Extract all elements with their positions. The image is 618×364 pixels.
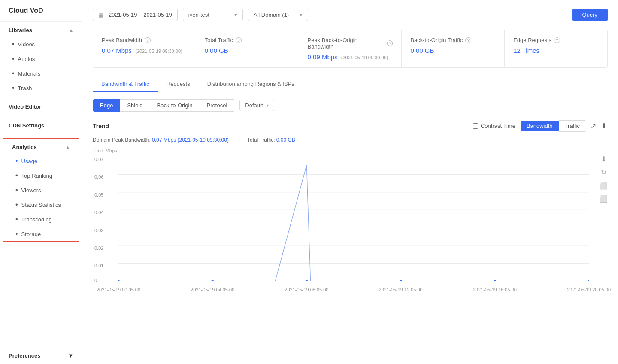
- chart-tools: ↗ ⬇: [590, 121, 608, 131]
- svg-point-14: [588, 280, 589, 281]
- stat-peak-origin-bw: Peak Back-to-Origin Bandwidth ? 0.09 Mbp…: [299, 30, 402, 67]
- sidebar-item-cdn-settings[interactable]: CDN Settings: [0, 118, 82, 133]
- stats-row: Peak Bandwidth ? 0.07 Mbps (2021-05-19 0…: [93, 30, 608, 68]
- chart-svg: [118, 157, 589, 281]
- content-area: ▦ 2021-05-19 ~ 2021-05-19 iven-test ▾ Al…: [82, 0, 618, 364]
- tab-bandwidth-traffic[interactable]: Bandwidth & Traffic: [93, 76, 158, 92]
- y-label-000: 0: [94, 278, 97, 283]
- tab-distribution[interactable]: Distribution among Regions & ISPs: [199, 76, 303, 92]
- svg-point-11: [306, 280, 308, 281]
- chevron-down-icon-filter: ▾: [300, 12, 303, 18]
- stat-origin-traffic: Back-to-Origin Traffic ? 0.00 GB: [402, 30, 505, 67]
- subtab-shield[interactable]: Shield: [120, 99, 150, 112]
- sub-tabs: Edge Shield Back-to-Origin Protocol Defa…: [93, 99, 608, 112]
- subtab-back-to-origin[interactable]: Back-to-Origin: [150, 99, 200, 112]
- main-tabs: Bandwidth & Traffic Requests Distributio…: [93, 76, 608, 92]
- chevron-down-icon-domain: ▾: [234, 12, 237, 18]
- help-icon-origin-traffic[interactable]: ?: [465, 37, 471, 43]
- chevron-down-icon-prefs: ▼: [68, 352, 73, 359]
- x-label-0: 2021-05-19 00:05:00: [97, 287, 140, 292]
- default-select[interactable]: Default ▾: [239, 100, 274, 111]
- sidebar-bottom: Preferences ▼: [0, 347, 82, 364]
- chart-container: Unit: Mbps: [93, 146, 608, 292]
- analytics-header[interactable]: Analytics ▲: [3, 139, 79, 154]
- help-icon-edge-req[interactable]: ?: [554, 37, 560, 43]
- analytics-section: Analytics ▲ Usage Top Ranking Viewers St…: [3, 138, 79, 242]
- help-icon-peak-bw[interactable]: ?: [145, 37, 151, 43]
- divider-2: [0, 116, 82, 116]
- download-icon[interactable]: ⬇: [600, 121, 608, 131]
- y-label-005: 0.05: [94, 192, 103, 197]
- chart-header: Trend Contrast Time Bandwidth Traffic ↗ …: [93, 120, 608, 132]
- svg-point-12: [400, 280, 402, 281]
- svg-point-9: [118, 280, 120, 281]
- sidebar-item-video-editor[interactable]: Video Editor: [0, 99, 82, 114]
- svg-point-10: [211, 280, 213, 281]
- y-label-002: 0.02: [94, 246, 103, 251]
- sidebar: Cloud VoD Libraries ▲ Videos Audios Mate…: [0, 0, 82, 364]
- sidebar-item-trash[interactable]: Trash: [0, 81, 82, 95]
- subtab-edge[interactable]: Edge: [93, 99, 120, 112]
- libraries-section: Libraries ▲ Videos Audios Materials Tras…: [0, 22, 82, 95]
- y-label-003: 0.03: [94, 228, 103, 233]
- date-range-text: 2021-05-19 ~ 2021-05-19: [109, 12, 172, 18]
- y-label-004: 0.04: [94, 210, 103, 215]
- traffic-button[interactable]: Traffic: [559, 120, 586, 132]
- sidebar-item-usage[interactable]: Usage: [3, 154, 79, 168]
- refresh-chart-btn[interactable]: ↻: [599, 168, 608, 176]
- sidebar-item-materials[interactable]: Materials: [0, 66, 82, 81]
- sidebar-item-top-ranking[interactable]: Top Ranking: [3, 168, 79, 183]
- subtab-protocol[interactable]: Protocol: [200, 99, 235, 112]
- calendar-icon: ▦: [98, 12, 103, 18]
- chevron-up-icon: ▲: [69, 28, 73, 33]
- x-label-4: 2021-05-19 16:05:00: [473, 287, 517, 292]
- stat-peak-bandwidth: Peak Bandwidth ? 0.07 Mbps (2021-05-19 0…: [93, 30, 196, 67]
- sidebar-item-transcoding[interactable]: Transcoding: [3, 212, 79, 227]
- help-icon-total-traffic[interactable]: ?: [236, 37, 242, 43]
- libraries-header[interactable]: Libraries ▲: [0, 22, 82, 37]
- chart-title: Trend: [93, 123, 109, 130]
- sidebar-item-audios[interactable]: Audios: [0, 52, 82, 66]
- contrast-time-checkbox[interactable]: [473, 123, 478, 129]
- y-label-006: 0.06: [94, 174, 103, 179]
- divider-1: [0, 97, 82, 97]
- sidebar-item-status-statistics[interactable]: Status Statistics: [3, 197, 79, 212]
- main-content: ▦ 2021-05-19 ~ 2021-05-19 iven-test ▾ Al…: [82, 0, 618, 364]
- domain-selector[interactable]: iven-test ▾: [183, 9, 243, 21]
- svg-point-13: [494, 280, 496, 281]
- chart-unit-label: Unit: Mbps: [94, 148, 117, 153]
- chart-right-tools: ⬇ ↻ ⬜ ⬜: [599, 155, 608, 203]
- app-logo: Cloud VoD: [0, 0, 82, 22]
- domain-filter-selector[interactable]: All Domain (1) ▾: [248, 9, 308, 21]
- stat-edge-requests: Edge Requests ? 12 Times: [505, 30, 607, 67]
- x-label-2: 2021-05-19 08:05:00: [285, 287, 328, 292]
- topbar: ▦ 2021-05-19 ~ 2021-05-19 iven-test ▾ Al…: [93, 9, 608, 21]
- x-label-5: 2021-05-19 20:05:00: [567, 287, 611, 292]
- date-picker[interactable]: ▦ 2021-05-19 ~ 2021-05-19: [93, 9, 178, 21]
- download-chart-btn[interactable]: ⬇: [599, 155, 608, 163]
- x-label-1: 2021-05-19 04:05:00: [191, 287, 234, 292]
- chevron-up-icon-analytics: ▲: [66, 145, 70, 149]
- query-button[interactable]: Query: [572, 9, 608, 21]
- sidebar-item-viewers[interactable]: Viewers: [3, 183, 79, 197]
- chevron-down-icon-default: ▾: [267, 103, 269, 108]
- y-label-001: 0.01: [94, 263, 103, 268]
- divider-3: [0, 135, 82, 135]
- trend-icon[interactable]: ↗: [590, 121, 597, 131]
- tab-requests[interactable]: Requests: [158, 76, 199, 92]
- fullscreen-chart-btn[interactable]: ⬜: [599, 195, 608, 203]
- preferences-header[interactable]: Preferences ▼: [0, 347, 82, 364]
- bandwidth-button[interactable]: Bandwidth: [521, 121, 559, 131]
- y-label-007: 0.07: [94, 157, 103, 162]
- chart-info: Domain Peak Bandwidth: 0.07 Mbps (2021-0…: [93, 137, 608, 143]
- expand-chart-btn[interactable]: ⬜: [599, 182, 608, 190]
- x-label-3: 2021-05-19 12:05:00: [379, 287, 423, 292]
- help-icon-origin-bw[interactable]: ?: [387, 40, 393, 46]
- sidebar-item-videos[interactable]: Videos: [0, 37, 82, 52]
- sidebar-item-storage[interactable]: Storage: [3, 227, 79, 241]
- stat-total-traffic: Total Traffic ? 0.00 GB: [196, 30, 299, 67]
- contrast-time-label[interactable]: Contrast Time: [473, 123, 515, 129]
